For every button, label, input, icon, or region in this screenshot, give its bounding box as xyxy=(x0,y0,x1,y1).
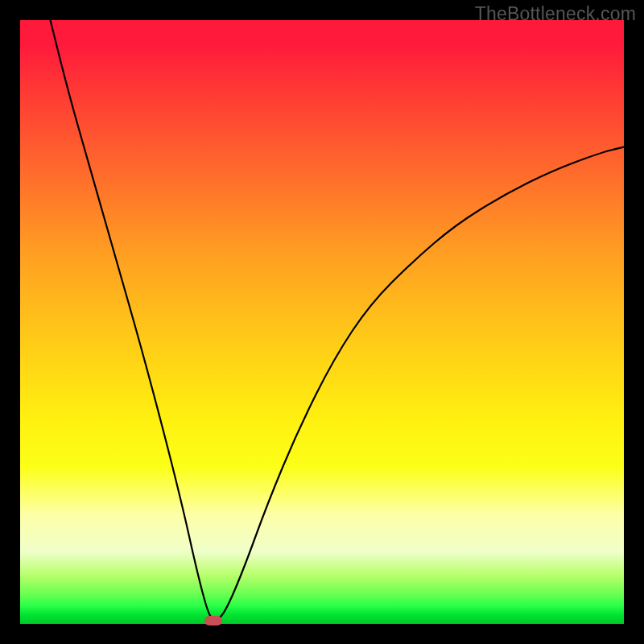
bottleneck-curve xyxy=(20,20,624,624)
watermark-text: TheBottleneck.com xyxy=(475,3,636,25)
optimal-marker xyxy=(204,616,222,625)
chart-frame: TheBottleneck.com xyxy=(0,0,644,644)
plot-area xyxy=(20,20,624,624)
